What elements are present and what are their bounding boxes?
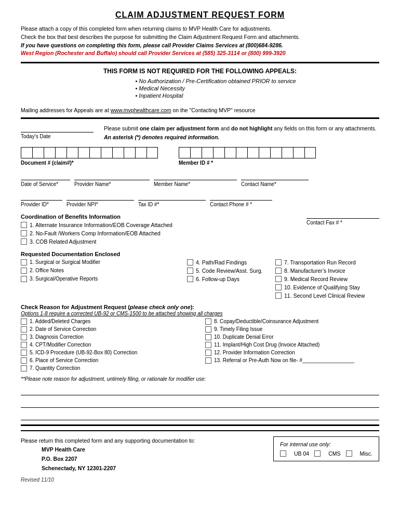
doc-box-12[interactable]: [146, 147, 158, 158]
date-of-service-input[interactable]: [21, 172, 70, 180]
reason-label-l6: 6. Place of Service Correction: [30, 357, 98, 363]
req-doc-checkbox-r3[interactable]: [275, 276, 282, 282]
doc-box-4[interactable]: [55, 147, 66, 158]
internal-checkbox-cms[interactable]: [314, 450, 321, 457]
contact-phone-input[interactable]: [210, 192, 272, 201]
doc-box-6[interactable]: [78, 147, 89, 158]
provider-npi-input[interactable]: [66, 192, 134, 201]
address-line1: MVP Health Care: [42, 445, 195, 455]
reason-checkbox-r1[interactable]: [205, 318, 211, 325]
intro-line4: West Region (Rochester and Buffalo) shou…: [21, 49, 379, 58]
doc-box-8[interactable]: [101, 147, 112, 158]
mem-box-11[interactable]: [293, 147, 304, 158]
mem-box-9[interactable]: [270, 147, 282, 158]
internal-checkbox-misc[interactable]: [346, 450, 352, 457]
doc-box-11[interactable]: [135, 147, 146, 158]
blank-line-2[interactable]: [21, 398, 379, 408]
req-doc-checkbox-m3[interactable]: [187, 276, 193, 282]
appeals-section: THIS FORM IS NOT REQUIRED FOR THE FOLLOW…: [21, 68, 379, 103]
tax-id-input[interactable]: [138, 192, 206, 201]
cob-label-2: 2. No-Fault /Workers Comp Information/EO…: [30, 230, 161, 236]
provider-id-input[interactable]: [21, 192, 62, 201]
req-doc-checkbox-l2[interactable]: [21, 268, 27, 274]
doc-box-9[interactable]: [112, 147, 124, 158]
req-doc-checkbox-l3[interactable]: [21, 276, 27, 282]
mem-box-3[interactable]: [202, 147, 213, 158]
req-doc-label-r2: 8. Manufacturer’s Invoice: [284, 268, 345, 274]
contact-name-input[interactable]: [241, 172, 309, 180]
mem-box-10[interactable]: [282, 147, 293, 158]
reason-checkbox-l6[interactable]: [21, 357, 27, 364]
req-doc-checkbox-r2[interactable]: [275, 268, 282, 274]
cob-checkbox-1[interactable]: [21, 222, 27, 228]
req-doc-checkbox-m1[interactable]: [187, 259, 193, 265]
address-line3: Schenectady, NY 12301-2207: [42, 464, 195, 473]
intro-line1: Please attach a copy of this completed f…: [21, 25, 379, 33]
mailing-link[interactable]: www.mvphealthcare.com: [111, 107, 171, 113]
mem-box-2[interactable]: [190, 147, 202, 158]
mem-box-4[interactable]: [213, 147, 224, 158]
mem-box-8[interactable]: [259, 147, 270, 158]
fields-row-1: Date of Service* Provider Name* Member N…: [21, 172, 379, 187]
req-doc-checkbox-m2[interactable]: [187, 268, 193, 274]
req-doc-checkbox-l1[interactable]: [21, 259, 27, 265]
contact-fax-input[interactable]: [306, 210, 379, 219]
doc-box-2[interactable]: [32, 147, 44, 158]
mem-box-1[interactable]: [179, 147, 190, 158]
req-doc-checkbox-r4[interactable]: [275, 284, 282, 290]
blank-line-1[interactable]: [21, 386, 379, 395]
reason-cols: 1. Added/Deleted Charges 2. Date of Serv…: [21, 318, 379, 373]
provider-name-input[interactable]: [74, 172, 150, 180]
req-doc-title: Requested Documentation Enclosed: [21, 251, 379, 257]
reason-checkbox-l7[interactable]: [21, 365, 27, 371]
mem-box-5[interactable]: [224, 147, 236, 158]
blank-line-3[interactable]: [21, 411, 379, 420]
reason-label-r4: 11. Implant/High Cost Drug (Invoice Atta…: [214, 342, 319, 348]
mem-box-6[interactable]: [236, 147, 247, 158]
provider-npi-field: Provider NPI*: [66, 192, 134, 207]
appeals-title: THIS FORM IS NOT REQUIRED FOR THE FOLLOW…: [21, 68, 379, 75]
reason-checkbox-l2[interactable]: [21, 326, 27, 332]
cob-checkbox-3[interactable]: [21, 238, 27, 245]
divider-footer-bot: [21, 430, 379, 431]
cob-title: Coordination of Benefits Information: [21, 214, 172, 220]
req-doc-cols: 1. Surgical or Surgical Modifier 2. Offi…: [21, 259, 379, 301]
reason-checkbox-r5[interactable]: [205, 350, 211, 356]
intro-line2: Check the box that best describes the pu…: [21, 33, 379, 42]
member-id-group: Member ID # *: [179, 147, 316, 166]
reason-checkbox-r6[interactable]: [205, 357, 211, 364]
provider-npi-label: Provider NPI*: [66, 202, 134, 207]
reason-checkbox-l1[interactable]: [21, 318, 27, 325]
doc-box-7[interactable]: [89, 147, 101, 158]
reason-checkbox-r3[interactable]: [205, 334, 211, 340]
reason-left-6: 6. Place of Service Correction: [21, 357, 195, 364]
doc-box-1[interactable]: [21, 147, 32, 158]
reason-checkbox-r4[interactable]: [205, 342, 211, 348]
reason-checkbox-r2[interactable]: [205, 326, 211, 332]
reason-checkbox-l5[interactable]: [21, 350, 27, 356]
reason-label-l3: 3. Diagnosis Correction: [30, 334, 84, 340]
intro-line3: If you have questions on completing this…: [21, 42, 379, 50]
mem-box-12[interactable]: [304, 147, 316, 158]
reason-left-3: 3. Diagnosis Correction: [21, 334, 195, 340]
cob-checkbox-2[interactable]: [21, 230, 27, 236]
reason-checkbox-l3[interactable]: [21, 334, 27, 340]
reason-right-2: 9. Timely Filing Issue: [205, 326, 379, 332]
internal-checkbox-ub04[interactable]: [280, 450, 286, 457]
footer-section: Please return this completed form and an…: [21, 436, 379, 484]
req-doc-checkbox-r1[interactable]: [275, 259, 282, 265]
tax-id-field: Tax ID #*: [138, 192, 206, 207]
req-doc-left-2: 2. Office Notes: [21, 268, 182, 274]
member-name-input[interactable]: [154, 172, 237, 180]
cob-label-1: 1. Alternate Insurance Information/EOB C…: [30, 222, 172, 228]
reason-label-r6: 13. Referral or Pre-Auth Now on file- #_…: [214, 357, 354, 363]
req-doc-label-r5: 11. Second Level Clinical Review: [284, 292, 365, 299]
reason-checkbox-l4[interactable]: [21, 342, 27, 348]
date-input-line[interactable]: [21, 124, 94, 132]
doc-box-10[interactable]: [124, 147, 135, 158]
mem-box-7[interactable]: [247, 147, 259, 158]
doc-box-5[interactable]: [66, 147, 78, 158]
reason-label-r5: 12. Provider Information Correction: [214, 350, 295, 355]
req-doc-checkbox-r5[interactable]: [275, 292, 282, 299]
doc-box-3[interactable]: [44, 147, 55, 158]
